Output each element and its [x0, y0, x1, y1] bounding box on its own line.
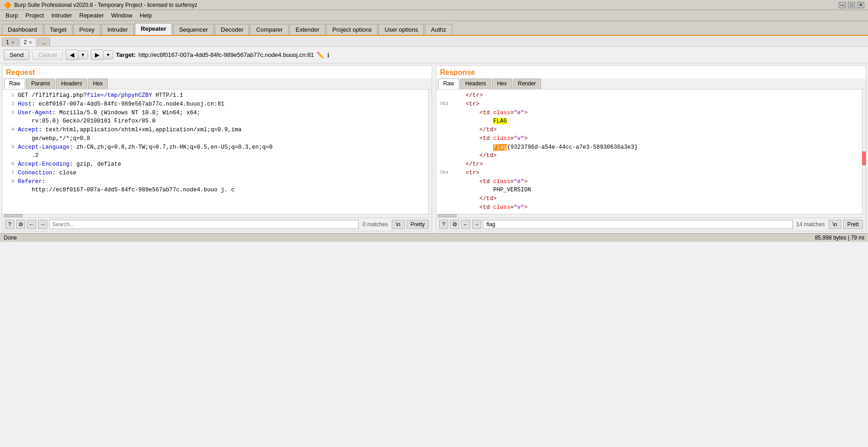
main-tab-repeater[interactable]: Repeater	[135, 23, 172, 35]
prev-nav: ◀ ▼	[66, 50, 88, 60]
main-tab-authz[interactable]: Authz	[425, 24, 452, 35]
window-controls[interactable]: — □ ✕	[839, 2, 864, 8]
request-newline-btn[interactable]: \n	[392, 220, 405, 229]
prev-dropdown-button[interactable]: ▼	[78, 50, 88, 59]
target-url-value: http://ec8f0167-007a-4dd5-84fc-989e567ab…	[139, 51, 314, 58]
line-content: </tr>	[452, 91, 860, 100]
line-content: <td class="v">	[452, 203, 860, 212]
response-h-thumb	[438, 214, 456, 217]
close-button[interactable]: ✕	[857, 2, 864, 8]
line-content: GET /flflflflag.php?file=/tmp/phpyhCZBY …	[18, 91, 426, 100]
response-tab-render[interactable]: Render	[513, 78, 541, 89]
response-tabs: RawHeadersHexRender	[436, 78, 866, 89]
title-bar: 🔶 Burp Suite Professional v2020.8 - Temp…	[0, 0, 868, 10]
request-line: 4Accept: text/html,application/xhtml+xml…	[2, 126, 428, 143]
repeater-tab-1[interactable]: 1 ✕	[2, 38, 19, 46]
response-pretty-btn[interactable]: Prett	[843, 220, 863, 229]
response-line: 784 <tr>	[436, 169, 862, 178]
line-content: <td class="v">	[452, 134, 860, 143]
main-tab-decoder[interactable]: Decoder	[215, 24, 249, 35]
request-search-prev-icon[interactable]: ←	[27, 220, 36, 229]
request-line: 1GET /flflflflag.php?file=/tmp/phpyhCZBY…	[2, 91, 428, 100]
repeater-tab-2[interactable]: 2 ✕	[20, 38, 37, 46]
request-line: 3User-Agent: Mozilla/5.0 (Windows NT 10.…	[2, 109, 428, 126]
next-dropdown-button[interactable]: ▼	[103, 50, 113, 59]
request-scrollbar[interactable]	[428, 89, 432, 214]
main-tab-dashboard[interactable]: Dashboard	[2, 24, 43, 35]
main-tab-intruder[interactable]: Intruder	[101, 24, 134, 35]
line-number: 1	[4, 91, 18, 100]
response-code-area[interactable]: </tr>783 <tr> <td class="e"> FLAG </td> …	[436, 89, 862, 214]
request-settings-icon[interactable]: ⚙	[16, 220, 25, 229]
main-tab-project-options[interactable]: Project options	[326, 24, 378, 35]
line-number	[438, 143, 452, 152]
request-tab-headers[interactable]: Headers	[56, 78, 87, 89]
close-tab-icon[interactable]: ✕	[28, 40, 32, 45]
main-tab-sequencer[interactable]: Sequencer	[173, 24, 214, 35]
response-tab-hex[interactable]: Hex	[492, 78, 512, 89]
request-search-input[interactable]	[49, 220, 359, 229]
prev-button[interactable]: ◀	[66, 50, 78, 60]
line-content: Accept-Encoding: gzip, deflate	[18, 160, 426, 169]
response-help-icon[interactable]: ?	[439, 220, 448, 229]
response-search-next-icon[interactable]: →	[472, 220, 481, 229]
response-search-input[interactable]	[483, 220, 793, 229]
menu-item-project[interactable]: Project	[22, 11, 47, 20]
request-tab-params[interactable]: Params	[26, 78, 55, 89]
menu-bar: BurpProjectIntruderRepeaterWindowHelp	[0, 10, 868, 21]
response-tab-headers[interactable]: Headers	[460, 78, 491, 89]
response-scrollbar-thumb	[862, 151, 866, 165]
more-tabs-button[interactable]: ...	[37, 38, 50, 46]
response-settings-icon[interactable]: ⚙	[450, 220, 459, 229]
line-number	[438, 178, 452, 186]
request-h-scrollbar[interactable]	[2, 214, 432, 218]
menu-item-intruder[interactable]: Intruder	[48, 11, 76, 20]
line-number	[438, 151, 452, 160]
close-tab-icon[interactable]: ✕	[11, 40, 15, 45]
request-tab-raw[interactable]: Raw	[4, 78, 25, 89]
minimize-button[interactable]: —	[839, 2, 846, 8]
line-content: </td>	[452, 195, 860, 203]
response-line: </td>	[436, 151, 862, 160]
main-tab-target[interactable]: Target	[44, 24, 72, 35]
status-left: Done	[4, 235, 17, 241]
response-search-prev-icon[interactable]: ←	[461, 220, 470, 229]
response-newline-btn[interactable]: \n	[829, 220, 841, 229]
response-line: <td class="e">	[436, 178, 862, 186]
line-number	[438, 186, 452, 195]
response-h-scrollbar[interactable]	[436, 214, 866, 218]
maximize-button[interactable]: □	[848, 2, 855, 8]
line-number: 4	[4, 126, 18, 143]
menu-item-help[interactable]: Help	[136, 11, 156, 20]
request-search-next-icon[interactable]: →	[38, 220, 47, 229]
main-tab-proxy[interactable]: Proxy	[73, 24, 100, 35]
main-tab-user-options[interactable]: User options	[378, 24, 424, 35]
request-line: 6Accept-Encoding: gzip, deflate	[2, 160, 428, 169]
next-button[interactable]: ▶	[91, 50, 103, 60]
response-content: </tr>783 <tr> <td class="e"> FLAG </td> …	[436, 89, 866, 231]
request-code-area[interactable]: 1GET /flflflflag.php?file=/tmp/phpyhCZBY…	[2, 89, 428, 214]
edit-target-icon[interactable]: ✏️	[317, 51, 324, 59]
menu-item-window[interactable]: Window	[107, 11, 136, 20]
line-number	[438, 109, 452, 117]
menu-item-repeater[interactable]: Repeater	[76, 11, 107, 20]
send-button[interactable]: Send	[4, 50, 29, 60]
request-search-bar: ? ⚙ ← → 0 matches \n Pretty	[2, 218, 432, 231]
request-help-icon[interactable]: ?	[5, 220, 14, 229]
app-icon: 🔶	[4, 1, 11, 9]
menu-item-burp[interactable]: Burp	[2, 11, 22, 20]
response-scrollbar[interactable]	[862, 89, 866, 214]
response-match-count: 14 matches	[796, 221, 825, 228]
request-tab-hex[interactable]: Hex	[88, 78, 108, 89]
line-number	[438, 126, 452, 134]
response-tab-raw[interactable]: Raw	[438, 78, 459, 89]
info-icon[interactable]: ℹ	[327, 51, 329, 59]
line-content: <tr>	[452, 169, 860, 178]
request-pretty-btn[interactable]: Pretty	[406, 220, 429, 229]
line-content: Connection: close	[18, 169, 426, 178]
main-tab-extender[interactable]: Extender	[289, 24, 325, 35]
line-content: </tr>	[452, 160, 860, 169]
main-tab-comparer[interactable]: Comparer	[250, 24, 289, 35]
request-line: 8Referer: http://ec8f0167-007a-4dd5-84fc…	[2, 178, 428, 195]
response-search-bar: ? ⚙ ← → 14 matches \n Prett	[436, 218, 866, 231]
